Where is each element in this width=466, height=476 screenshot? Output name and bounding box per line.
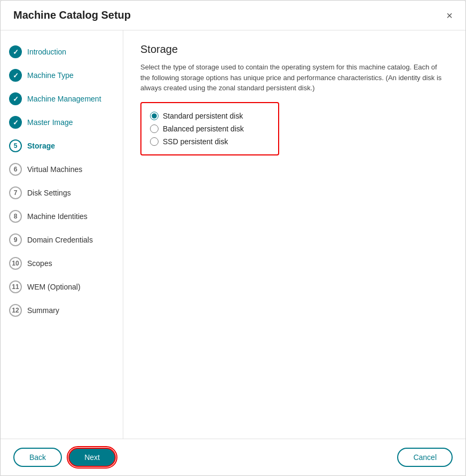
step-icon-domain-credentials: 9 [9, 233, 22, 246]
dialog-header: Machine Catalog Setup × [1, 1, 465, 30]
main-content: Storage Select the type of storage used … [123, 30, 465, 439]
sidebar-item-scopes[interactable]: 10Scopes [1, 253, 123, 274]
radio-input-standard[interactable] [150, 112, 159, 120]
radio-input-balanced[interactable] [150, 124, 159, 133]
sidebar-item-label-summary: Summary [27, 306, 59, 315]
storage-options-box: Standard persistent diskBalanced persist… [140, 102, 279, 155]
sidebar-item-virtual-machines[interactable]: 6Virtual Machines [1, 159, 123, 180]
sidebar-item-label-wem-optional: WEM (Optional) [27, 283, 81, 291]
sidebar-item-label-introduction: Introduction [27, 48, 66, 56]
radio-label-balanced: Balanced persistent disk [163, 124, 244, 133]
sidebar-item-label-machine-identities: Machine Identities [27, 212, 88, 221]
sidebar-item-wem-optional[interactable]: 11WEM (Optional) [1, 276, 123, 298]
radio-option-standard[interactable]: Standard persistent disk [150, 110, 270, 122]
sidebar-item-summary[interactable]: 12Summary [1, 300, 123, 321]
step-icon-storage: 5 [9, 139, 22, 152]
sidebar-item-storage[interactable]: 5Storage [1, 135, 123, 157]
sidebar-item-machine-identities[interactable]: 8Machine Identities [1, 206, 123, 227]
radio-label-standard: Standard persistent disk [163, 112, 243, 120]
sidebar-item-label-domain-credentials: Domain Credentials [27, 236, 93, 244]
step-icon-machine-identities: 8 [9, 210, 22, 223]
sidebar-item-label-machine-management: Machine Management [27, 95, 101, 103]
footer-left: Back Next [13, 448, 116, 467]
step-icon-disk-settings: 7 [9, 186, 22, 199]
radio-input-ssd[interactable] [150, 137, 159, 146]
sidebar-item-introduction[interactable]: ✓Introduction [1, 41, 123, 63]
step-icon-summary: 12 [9, 304, 22, 317]
sidebar-item-domain-credentials[interactable]: 9Domain Credentials [1, 229, 123, 251]
step-icon-introduction: ✓ [9, 45, 22, 58]
sidebar-item-label-disk-settings: Disk Settings [27, 189, 71, 197]
next-button[interactable]: Next [68, 448, 116, 467]
sidebar-item-label-master-image: Master Image [27, 118, 73, 127]
sidebar-item-machine-type[interactable]: ✓Machine Type [1, 65, 123, 86]
sidebar-item-machine-management[interactable]: ✓Machine Management [1, 88, 123, 110]
dialog-title: Machine Catalog Setup [13, 9, 131, 21]
radio-option-balanced[interactable]: Balanced persistent disk [150, 122, 270, 135]
sidebar-item-disk-settings[interactable]: 7Disk Settings [1, 182, 123, 204]
sidebar-item-label-scopes: Scopes [27, 259, 52, 268]
dialog-body: ✓Introduction✓Machine Type✓Machine Manag… [1, 30, 465, 439]
dialog-footer: Back Next Cancel [1, 439, 465, 475]
radio-label-ssd: SSD persistent disk [163, 137, 228, 146]
radio-option-ssd[interactable]: SSD persistent disk [150, 135, 270, 148]
step-icon-machine-management: ✓ [9, 92, 22, 105]
cancel-button[interactable]: Cancel [397, 448, 453, 467]
back-button[interactable]: Back [13, 448, 62, 467]
sidebar-item-label-virtual-machines: Virtual Machines [27, 165, 82, 174]
step-icon-wem-optional: 11 [9, 280, 22, 293]
machine-catalog-setup-dialog: Machine Catalog Setup × ✓Introduction✓Ma… [0, 0, 466, 476]
step-icon-master-image: ✓ [9, 116, 22, 129]
sidebar: ✓Introduction✓Machine Type✓Machine Manag… [1, 30, 123, 439]
close-icon[interactable]: × [446, 10, 453, 21]
section-title: Storage [140, 43, 448, 56]
sidebar-item-master-image[interactable]: ✓Master Image [1, 112, 123, 133]
sidebar-item-label-machine-type: Machine Type [27, 71, 74, 80]
section-description: Select the type of storage used to conta… [140, 62, 448, 93]
step-icon-machine-type: ✓ [9, 69, 22, 82]
step-icon-virtual-machines: 6 [9, 163, 22, 176]
step-icon-scopes: 10 [9, 257, 22, 270]
sidebar-item-label-storage: Storage [27, 142, 55, 150]
